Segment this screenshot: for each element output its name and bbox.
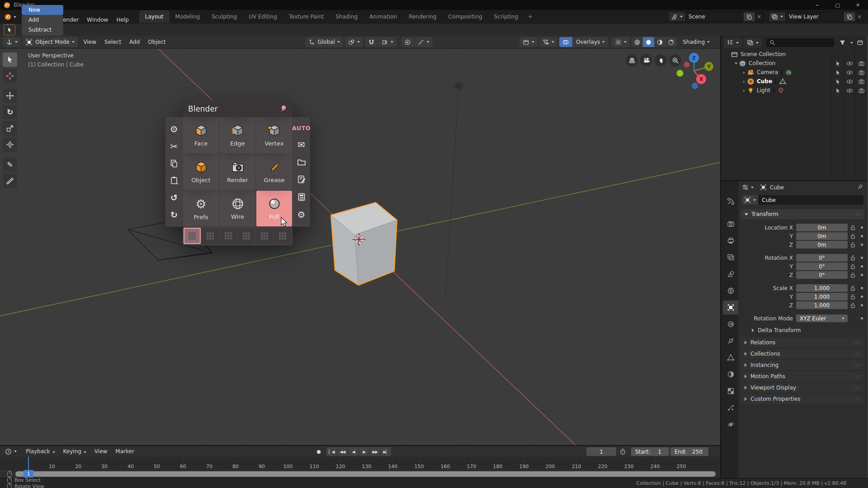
- outliner-row-light[interactable]: ▸Light: [721, 86, 867, 95]
- shading-dropdown[interactable]: Shading: [679, 37, 713, 47]
- menu-help[interactable]: Help: [112, 14, 132, 26]
- lock-icon[interactable]: [848, 233, 858, 239]
- section-custom-properties[interactable]: Custom Properties∷∷: [741, 394, 864, 404]
- outliner-item-name[interactable]: Camera: [757, 69, 778, 75]
- tab-world-properties[interactable]: [723, 284, 738, 298]
- popup-button-wire[interactable]: Wire: [220, 191, 255, 226]
- snap-toggle[interactable]: [365, 37, 378, 47]
- popup-button-object[interactable]: Object: [183, 154, 219, 190]
- tab-output-properties[interactable]: [723, 234, 738, 248]
- tab-scripting[interactable]: Scripting: [488, 10, 524, 23]
- navigation-gizmo[interactable]: Z Y X: [670, 50, 717, 93]
- layout-grid-button-3[interactable]: [220, 228, 237, 244]
- jump-to-start-button[interactable]: ▏◀: [326, 447, 337, 456]
- popup-button-prefs[interactable]: ⚙Prefs: [183, 191, 219, 226]
- pin-icon[interactable]: [857, 184, 863, 191]
- selectable-toggle[interactable]: [832, 86, 844, 95]
- animate-dot[interactable]: [858, 265, 866, 267]
- tab-sculpting[interactable]: Sculpting: [206, 10, 243, 23]
- section-viewport-display[interactable]: Viewport Display∷∷: [741, 383, 864, 393]
- hide-toggle[interactable]: [844, 77, 855, 86]
- tab-texture-properties[interactable]: [723, 384, 738, 398]
- close-button[interactable]: ✕: [848, 0, 868, 10]
- proportional-falloff-selector[interactable]: [415, 37, 433, 47]
- move-tool[interactable]: [3, 89, 17, 103]
- layout-grid-button-6[interactable]: [274, 228, 291, 244]
- overlays-dropdown[interactable]: Overlays: [573, 37, 608, 47]
- script-icon[interactable]: [297, 175, 306, 184]
- rotation-mode-select[interactable]: XYZ Euler: [796, 314, 848, 322]
- selectable-toggle[interactable]: [832, 77, 844, 86]
- tab-material-properties[interactable]: [723, 367, 738, 381]
- render-visibility-toggle[interactable]: [855, 68, 867, 77]
- shading-material-button[interactable]: [654, 37, 665, 47]
- tab-data-properties[interactable]: [723, 351, 738, 365]
- section-instancing[interactable]: Instancing∷∷: [741, 360, 864, 370]
- field-value-scale-x[interactable]: 1.000: [796, 284, 848, 292]
- playhead-line[interactable]: [28, 457, 29, 470]
- paste-icon[interactable]: [170, 176, 179, 185]
- popup-button-edge[interactable]: Edge: [220, 117, 255, 153]
- undo-icon[interactable]: ↺: [170, 193, 178, 202]
- animate-dot[interactable]: [858, 296, 866, 298]
- cursor-tool[interactable]: [3, 69, 17, 83]
- minimize-button[interactable]: ─: [807, 0, 827, 10]
- field-value-y[interactable]: 0°: [796, 263, 848, 270]
- expander-icon[interactable]: ▸: [741, 79, 747, 84]
- animate-dot[interactable]: [858, 287, 866, 289]
- gizmo-neg-axis-dot[interactable]: [692, 83, 698, 89]
- outliner-item-name[interactable]: Collection: [749, 60, 775, 66]
- tab-view-layer-properties[interactable]: [723, 250, 738, 264]
- field-value-y[interactable]: 1.000: [796, 293, 848, 300]
- gear-icon[interactable]: ⚙: [170, 125, 178, 134]
- toggle-perspective-button[interactable]: [626, 54, 638, 66]
- drag-grip-icon[interactable]: ∷∷: [854, 212, 861, 217]
- popup-button-render[interactable]: Render: [220, 154, 255, 190]
- filter-icon[interactable]: [839, 39, 846, 46]
- scene-icon[interactable]: [669, 12, 685, 21]
- layout-grid-button-2[interactable]: [202, 228, 219, 244]
- section-collections[interactable]: Collections∷∷: [741, 349, 864, 359]
- tab-scene-properties[interactable]: [723, 267, 738, 281]
- auto-keying-label[interactable]: AUTO: [292, 125, 311, 131]
- tab-modeling[interactable]: Modeling: [170, 10, 206, 23]
- annotate-tool[interactable]: ✎: [3, 157, 17, 172]
- lock-icon[interactable]: [848, 294, 858, 300]
- tab-animation[interactable]: Animation: [363, 10, 403, 23]
- remove-view-layer-button[interactable]: ×: [855, 14, 864, 20]
- outliner-row-scene-collection[interactable]: Scene Collection: [721, 50, 867, 59]
- add-workspace-button[interactable]: +: [524, 10, 537, 23]
- timeline-editor-type[interactable]: [2, 446, 20, 456]
- filter-selector[interactable]: [539, 37, 557, 47]
- stopwatch-icon[interactable]: [619, 448, 626, 455]
- camera-view-button[interactable]: [640, 54, 652, 66]
- expander-icon[interactable]: ▾: [733, 61, 739, 66]
- field-value-y[interactable]: 0m: [796, 232, 848, 240]
- drag-grip-icon[interactable]: ∷∷: [854, 352, 861, 357]
- viewport-menu-object[interactable]: Object: [144, 39, 170, 45]
- calculator-icon[interactable]: [297, 192, 306, 202]
- breadcrumb-object-name[interactable]: Cube: [770, 184, 784, 191]
- tab-shading[interactable]: Shading: [330, 10, 363, 23]
- view-layer-name[interactable]: View Layer: [785, 14, 844, 20]
- new-scene-button[interactable]: [744, 12, 755, 21]
- field-value-location-x[interactable]: 0m: [796, 224, 848, 231]
- cube-object[interactable]: [331, 202, 397, 285]
- drag-grip-icon[interactable]: ∷∷: [854, 340, 861, 345]
- overlays-toggle[interactable]: [559, 37, 572, 47]
- popup-button-vertex[interactable]: Vertex: [256, 117, 292, 153]
- select-box-tool[interactable]: [3, 52, 17, 67]
- delta-transform-section[interactable]: Delta Transform: [752, 326, 867, 335]
- transform-section-header[interactable]: Transform ∷∷: [741, 209, 864, 219]
- viewport-menu-view[interactable]: View: [80, 39, 100, 45]
- render-visibility-toggle[interactable]: [855, 59, 867, 68]
- popup-titlebar[interactable]: Blender: [183, 100, 292, 117]
- outliner-display-mode[interactable]: [744, 38, 762, 48]
- drag-grip-icon[interactable]: ∷∷: [854, 363, 861, 368]
- tab-texture-paint[interactable]: Texture Paint: [283, 10, 330, 23]
- layout-grid-button-4[interactable]: [238, 228, 255, 244]
- outliner-row-cube[interactable]: ▸Cube: [721, 77, 867, 86]
- lock-icon[interactable]: [848, 242, 858, 248]
- tab-particles-properties[interactable]: [723, 401, 738, 415]
- folder-icon[interactable]: [297, 158, 306, 167]
